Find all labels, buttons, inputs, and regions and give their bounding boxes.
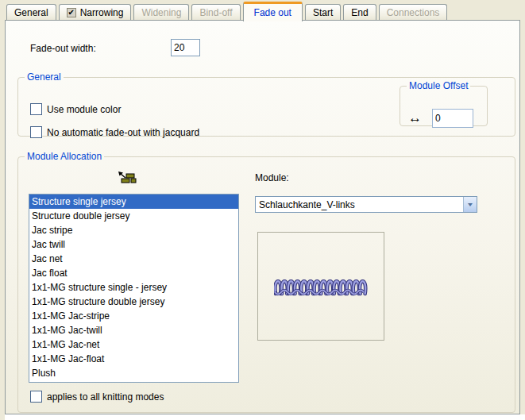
list-item[interactable]: 1x1-MG Jac-stripe (29, 309, 238, 323)
list-item[interactable]: Structure single jersey (29, 195, 238, 209)
tab[interactable]: ✔ Start (305, 4, 341, 20)
module-label: Module: (255, 172, 289, 183)
module-allocation-group: Module Allocation Structure single jerse… (17, 151, 515, 413)
list-item[interactable]: 1x1-MG Jac-net (29, 337, 238, 352)
list-item[interactable]: 1x1-MG structure single - jersey (29, 280, 238, 295)
list-item[interactable]: 1x1-MG Jac-twill (29, 323, 238, 337)
checkbox-row[interactable]: ✔ Use module color (30, 103, 121, 115)
applies-all-checkbox-row[interactable]: ✔ applies to all knitting modes (30, 391, 164, 403)
dropdown-button[interactable]: ▼ (463, 197, 477, 212)
list-item[interactable]: 1x1-MG Jac-float (29, 352, 238, 366)
list-item[interactable]: Jac float (29, 266, 238, 280)
module-dropdown-value: Schlauchkante_V-links (256, 199, 463, 210)
module-preview (257, 232, 384, 341)
module-offset-group: Module Offset ↔ (400, 80, 488, 126)
tab-label: Connections (387, 6, 440, 20)
bottom-strip (5, 414, 525, 420)
fade-out-width-label: Fade-out width: (30, 43, 96, 54)
check-icon: ✔ (68, 9, 75, 17)
tab-label: Narrowing (80, 6, 124, 20)
list-item[interactable]: Jac net (29, 252, 238, 266)
general-group-title: General (25, 71, 64, 83)
list-item[interactable]: Plush (29, 366, 238, 380)
module-offset-input[interactable] (432, 109, 473, 128)
tab[interactable]: ✔ Bind-off (191, 4, 240, 20)
list-item[interactable]: Jac stripe (29, 223, 238, 237)
fade-out-width-input[interactable] (171, 39, 200, 56)
applies-all-label: applies to all knitting modes (47, 391, 164, 403)
tab-label: Bind-off (199, 6, 232, 20)
tab[interactable]: ✔ Fade out (243, 2, 303, 21)
checkbox-label: Use module color (47, 104, 121, 115)
checkbox[interactable]: ✔ (30, 103, 42, 115)
module-dropdown[interactable]: Schlauchkante_V-links ▼ (255, 196, 477, 213)
stitch-pattern-image (274, 274, 368, 296)
knitting-mode-listbox[interactable]: Structure single jerseyStructure double … (29, 194, 239, 383)
module-allocation-title: Module Allocation (25, 151, 104, 162)
tab[interactable]: ✔ Widening (133, 4, 189, 20)
tab[interactable]: ✔ End (343, 4, 376, 20)
tab-label: End (351, 6, 368, 20)
tab[interactable]: ✔ Connections (379, 4, 448, 20)
tab[interactable]: ✔ Narrowing (59, 4, 132, 20)
tab-label: General (14, 6, 48, 20)
list-item[interactable]: Structure double jersey (29, 209, 238, 223)
tab[interactable]: ✔ General (6, 4, 56, 20)
checkbox[interactable]: ✔ (30, 126, 42, 138)
tab-strip: ✔ General ✔ Narrowing ✔ Widening ✔ Bind-… (6, 2, 447, 21)
tab-label: Widening (141, 6, 181, 20)
left-right-arrow-icon: ↔ (408, 111, 422, 125)
assign-module-button[interactable] (117, 171, 137, 188)
list-item[interactable]: Jac twill (29, 237, 238, 252)
tab-label: Fade out (254, 6, 291, 20)
tab-label: Start (313, 6, 333, 20)
assign-module-icon (117, 171, 137, 188)
list-item[interactable]: 1x1-MG structure double jersey (29, 295, 238, 309)
checkbox-row[interactable]: ✔ No automatic fade-out with jacquard (30, 126, 199, 138)
checkbox-label: No automatic fade-out with jacquard (47, 127, 199, 138)
checkbox[interactable]: ✔ (30, 391, 42, 403)
module-offset-title: Module Offset (407, 80, 470, 91)
chevron-down-icon: ▼ (466, 202, 474, 208)
tab-checkbox[interactable]: ✔ (67, 8, 76, 17)
